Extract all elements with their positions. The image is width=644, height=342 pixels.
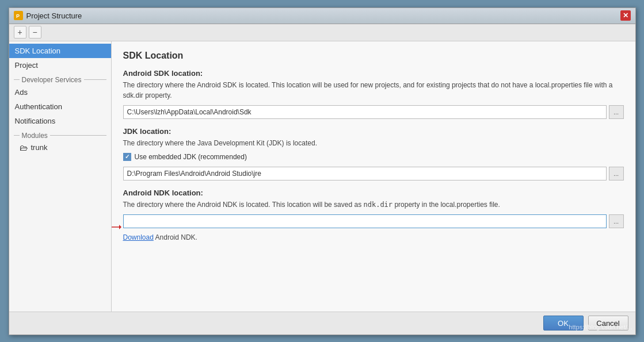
- modules-header: Modules: [9, 128, 111, 141]
- ndk-desc-before: The directory where the Android NDK is l…: [123, 201, 364, 209]
- android-sdk-input-row: ...: [123, 105, 624, 119]
- svg-marker-3: [119, 225, 121, 229]
- sidebar-item-authentication[interactable]: Authentication: [9, 99, 111, 114]
- sidebar-item-notifications[interactable]: Notifications: [9, 114, 111, 128]
- add-button[interactable]: +: [14, 26, 26, 39]
- content-title: SDK Location: [123, 51, 624, 61]
- content-area: SDK Location Android SDK location: The d…: [112, 41, 635, 312]
- sidebar-item-project[interactable]: Project: [9, 58, 111, 72]
- jdk-input[interactable]: [123, 167, 607, 180]
- ndk-download-text: Android NDK.: [154, 233, 197, 241]
- bottom-bar: OK Cancel: [9, 312, 635, 335]
- jdk-description: The directory where the Java Development…: [123, 138, 624, 148]
- ndk-description: The directory where the Android NDK is l…: [123, 199, 624, 210]
- sidebar-item-trunk[interactable]: 🗁 trunk: [9, 141, 111, 155]
- ndk-input[interactable]: [123, 214, 607, 228]
- android-sdk-input[interactable]: [123, 105, 607, 119]
- folder-icon: 🗁: [20, 143, 28, 152]
- sidebar-item-ads[interactable]: Ads: [9, 85, 111, 99]
- remove-button[interactable]: −: [29, 26, 41, 39]
- jdk-input-row: ...: [123, 167, 624, 180]
- jdk-checkbox-row: ✓ Use embedded JDK (recommended): [123, 153, 624, 161]
- main-content: SDK Location Project Developer Services …: [9, 41, 635, 312]
- title-bar: P Project Structure ✕: [9, 8, 635, 24]
- ndk-heading: Android NDK location:: [123, 189, 624, 197]
- embedded-jdk-checkbox[interactable]: ✓: [123, 153, 131, 161]
- close-button[interactable]: ✕: [620, 10, 631, 21]
- sidebar: SDK Location Project Developer Services …: [9, 41, 112, 312]
- toolbar: + −: [9, 24, 635, 41]
- ndk-arrow: [112, 221, 121, 233]
- ndk-download-link[interactable]: Download: [123, 233, 154, 241]
- android-sdk-browse-button[interactable]: ...: [609, 105, 624, 119]
- ndk-input-row: ...: [123, 214, 624, 228]
- ndk-browse-button[interactable]: ...: [609, 214, 624, 228]
- svg-text:P: P: [16, 13, 20, 19]
- watermark: https://blog.csdn.net/...: [569, 324, 632, 331]
- ndk-code: ndk.dir: [363, 201, 393, 209]
- ndk-wrapper: ...: [123, 214, 624, 228]
- ndk-download-row: Download Android NDK.: [123, 233, 624, 241]
- developer-services-header: Developer Services: [9, 72, 111, 85]
- window-title: Project Structure: [26, 11, 620, 20]
- checkbox-check-icon: ✓: [125, 153, 129, 160]
- window-icon: P: [14, 11, 23, 20]
- jdk-browse-button[interactable]: ...: [609, 167, 624, 180]
- jdk-heading: JDK location:: [123, 127, 624, 136]
- embedded-jdk-label: Use embedded JDK (recommended): [135, 153, 247, 161]
- trunk-label: trunk: [31, 143, 48, 152]
- project-structure-window: P Project Structure ✕ + − SDK Location P…: [9, 7, 636, 335]
- android-sdk-description: The directory where the Android SDK is l…: [123, 80, 624, 101]
- android-sdk-heading: Android SDK location:: [123, 69, 624, 78]
- sidebar-item-sdk-location[interactable]: SDK Location: [9, 44, 111, 58]
- ndk-desc-after: property in the local.properties file.: [393, 201, 500, 209]
